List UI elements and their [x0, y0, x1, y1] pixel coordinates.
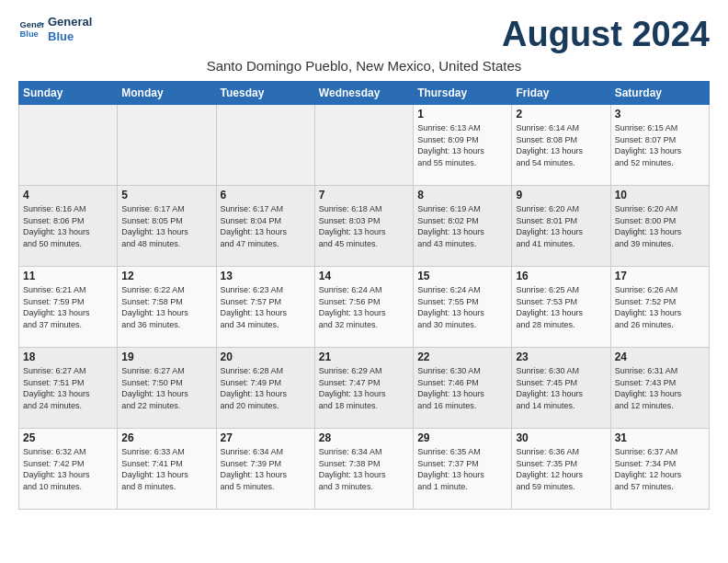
day-number: 9 [516, 189, 606, 201]
day-number: 5 [121, 189, 211, 201]
calendar-cell: 28Sunrise: 6:34 AM Sunset: 7:38 PM Dayli… [314, 429, 413, 510]
day-info: Sunrise: 6:14 AM Sunset: 8:08 PM Dayligh… [516, 122, 606, 168]
day-info: Sunrise: 6:36 AM Sunset: 7:35 PM Dayligh… [516, 446, 606, 492]
calendar-cell [314, 105, 413, 186]
calendar-cell: 21Sunrise: 6:29 AM Sunset: 7:47 PM Dayli… [314, 348, 413, 429]
day-number: 17 [615, 270, 705, 282]
svg-text:General: General [20, 20, 44, 29]
day-info: Sunrise: 6:20 AM Sunset: 8:01 PM Dayligh… [516, 203, 606, 249]
calendar-cell: 13Sunrise: 6:23 AM Sunset: 7:57 PM Dayli… [216, 267, 314, 348]
calendar-cell: 27Sunrise: 6:34 AM Sunset: 7:39 PM Dayli… [216, 429, 314, 510]
day-number: 25 [23, 431, 113, 444]
logo-text-blue: Blue [48, 29, 92, 44]
calendar-cell: 22Sunrise: 6:30 AM Sunset: 7:46 PM Dayli… [414, 348, 512, 429]
day-info: Sunrise: 6:34 AM Sunset: 7:38 PM Dayligh… [319, 446, 409, 492]
logo-text-general: General [48, 15, 92, 29]
day-info: Sunrise: 6:13 AM Sunset: 8:09 PM Dayligh… [417, 122, 507, 168]
calendar-cell: 30Sunrise: 6:36 AM Sunset: 7:35 PM Dayli… [512, 429, 610, 510]
day-info: Sunrise: 6:24 AM Sunset: 7:55 PM Dayligh… [417, 284, 507, 330]
calendar-cell: 17Sunrise: 6:26 AM Sunset: 7:52 PM Dayli… [610, 267, 709, 348]
day-info: Sunrise: 6:24 AM Sunset: 7:56 PM Dayligh… [319, 284, 409, 330]
day-info: Sunrise: 6:32 AM Sunset: 7:42 PM Dayligh… [23, 446, 113, 492]
weekday-header-friday: Friday [512, 82, 610, 105]
calendar-cell: 11Sunrise: 6:21 AM Sunset: 7:59 PM Dayli… [19, 267, 118, 348]
calendar-cell: 25Sunrise: 6:32 AM Sunset: 7:42 PM Dayli… [19, 429, 118, 510]
day-number: 22 [417, 350, 507, 363]
weekday-header-wednesday: Wednesday [314, 82, 413, 105]
location-title: Santo Domingo Pueblo, New Mexico, United… [18, 58, 710, 74]
calendar-cell: 15Sunrise: 6:24 AM Sunset: 7:55 PM Dayli… [414, 267, 512, 348]
day-info: Sunrise: 6:17 AM Sunset: 8:05 PM Dayligh… [121, 203, 211, 249]
day-info: Sunrise: 6:23 AM Sunset: 7:57 PM Dayligh… [221, 284, 311, 330]
day-info: Sunrise: 6:16 AM Sunset: 8:06 PM Dayligh… [23, 203, 113, 249]
weekday-header-row: SundayMondayTuesdayWednesdayThursdayFrid… [19, 82, 710, 105]
weekday-header-saturday: Saturday [610, 82, 709, 105]
calendar-cell: 26Sunrise: 6:33 AM Sunset: 7:41 PM Dayli… [118, 429, 216, 510]
calendar-week-row: 1Sunrise: 6:13 AM Sunset: 8:09 PM Daylig… [19, 105, 710, 186]
day-number: 12 [121, 270, 211, 282]
calendar-cell: 19Sunrise: 6:27 AM Sunset: 7:50 PM Dayli… [118, 348, 216, 429]
calendar-cell: 8Sunrise: 6:19 AM Sunset: 8:02 PM Daylig… [414, 186, 512, 267]
day-info: Sunrise: 6:17 AM Sunset: 8:04 PM Dayligh… [221, 203, 311, 249]
calendar-table: SundayMondayTuesdayWednesdayThursdayFrid… [18, 81, 710, 510]
day-number: 18 [23, 350, 113, 363]
day-number: 11 [23, 270, 113, 282]
weekday-header-sunday: Sunday [19, 82, 118, 105]
calendar-cell: 3Sunrise: 6:15 AM Sunset: 8:07 PM Daylig… [610, 105, 709, 186]
day-number: 10 [615, 189, 705, 201]
calendar-week-row: 11Sunrise: 6:21 AM Sunset: 7:59 PM Dayli… [19, 267, 710, 348]
day-info: Sunrise: 6:25 AM Sunset: 7:53 PM Dayligh… [516, 284, 606, 330]
day-number: 7 [319, 189, 409, 201]
logo: General Blue General Blue [18, 15, 92, 43]
day-info: Sunrise: 6:27 AM Sunset: 7:51 PM Dayligh… [23, 365, 113, 411]
calendar-cell: 10Sunrise: 6:20 AM Sunset: 8:00 PM Dayli… [610, 186, 709, 267]
calendar-week-row: 4Sunrise: 6:16 AM Sunset: 8:06 PM Daylig… [19, 186, 710, 267]
day-info: Sunrise: 6:31 AM Sunset: 7:43 PM Dayligh… [615, 365, 705, 411]
calendar-cell: 16Sunrise: 6:25 AM Sunset: 7:53 PM Dayli… [512, 267, 610, 348]
calendar-cell: 14Sunrise: 6:24 AM Sunset: 7:56 PM Dayli… [314, 267, 413, 348]
day-info: Sunrise: 6:26 AM Sunset: 7:52 PM Dayligh… [615, 284, 705, 330]
calendar-cell [19, 105, 118, 186]
calendar-cell: 18Sunrise: 6:27 AM Sunset: 7:51 PM Dayli… [19, 348, 118, 429]
day-info: Sunrise: 6:21 AM Sunset: 7:59 PM Dayligh… [23, 284, 113, 330]
day-number: 20 [221, 350, 311, 363]
day-number: 28 [319, 431, 409, 444]
day-info: Sunrise: 6:27 AM Sunset: 7:50 PM Dayligh… [121, 365, 211, 411]
day-number: 15 [417, 270, 507, 282]
calendar-week-row: 25Sunrise: 6:32 AM Sunset: 7:42 PM Dayli… [19, 429, 710, 510]
day-info: Sunrise: 6:37 AM Sunset: 7:34 PM Dayligh… [615, 446, 705, 492]
day-number: 21 [319, 350, 409, 363]
day-number: 4 [23, 189, 113, 201]
day-number: 27 [221, 431, 311, 444]
day-info: Sunrise: 6:30 AM Sunset: 7:45 PM Dayligh… [516, 365, 606, 411]
calendar-cell [216, 105, 314, 186]
day-info: Sunrise: 6:19 AM Sunset: 8:02 PM Dayligh… [417, 203, 507, 249]
calendar-cell: 29Sunrise: 6:35 AM Sunset: 7:37 PM Dayli… [414, 429, 512, 510]
calendar-cell: 12Sunrise: 6:22 AM Sunset: 7:58 PM Dayli… [118, 267, 216, 348]
header: General Blue General Blue August 2024 [18, 15, 710, 54]
day-info: Sunrise: 6:34 AM Sunset: 7:39 PM Dayligh… [221, 446, 311, 492]
day-number: 8 [417, 189, 507, 201]
day-info: Sunrise: 6:18 AM Sunset: 8:03 PM Dayligh… [319, 203, 409, 249]
day-info: Sunrise: 6:15 AM Sunset: 8:07 PM Dayligh… [615, 122, 705, 168]
day-number: 14 [319, 270, 409, 282]
weekday-header-tuesday: Tuesday [216, 82, 314, 105]
weekday-header-monday: Monday [118, 82, 216, 105]
calendar-cell: 7Sunrise: 6:18 AM Sunset: 8:03 PM Daylig… [314, 186, 413, 267]
weekday-header-thursday: Thursday [414, 82, 512, 105]
calendar-week-row: 18Sunrise: 6:27 AM Sunset: 7:51 PM Dayli… [19, 348, 710, 429]
day-number: 2 [516, 108, 606, 121]
day-number: 1 [417, 108, 507, 121]
calendar-cell: 23Sunrise: 6:30 AM Sunset: 7:45 PM Dayli… [512, 348, 610, 429]
calendar-cell: 1Sunrise: 6:13 AM Sunset: 8:09 PM Daylig… [414, 105, 512, 186]
day-info: Sunrise: 6:28 AM Sunset: 7:49 PM Dayligh… [221, 365, 311, 411]
day-info: Sunrise: 6:29 AM Sunset: 7:47 PM Dayligh… [319, 365, 409, 411]
calendar-cell: 5Sunrise: 6:17 AM Sunset: 8:05 PM Daylig… [118, 186, 216, 267]
calendar-cell: 4Sunrise: 6:16 AM Sunset: 8:06 PM Daylig… [19, 186, 118, 267]
day-number: 6 [221, 189, 311, 201]
logo-icon: General Blue [18, 17, 44, 42]
day-info: Sunrise: 6:35 AM Sunset: 7:37 PM Dayligh… [417, 446, 507, 492]
calendar-cell: 6Sunrise: 6:17 AM Sunset: 8:04 PM Daylig… [216, 186, 314, 267]
day-info: Sunrise: 6:20 AM Sunset: 8:00 PM Dayligh… [615, 203, 705, 249]
day-info: Sunrise: 6:33 AM Sunset: 7:41 PM Dayligh… [121, 446, 211, 492]
